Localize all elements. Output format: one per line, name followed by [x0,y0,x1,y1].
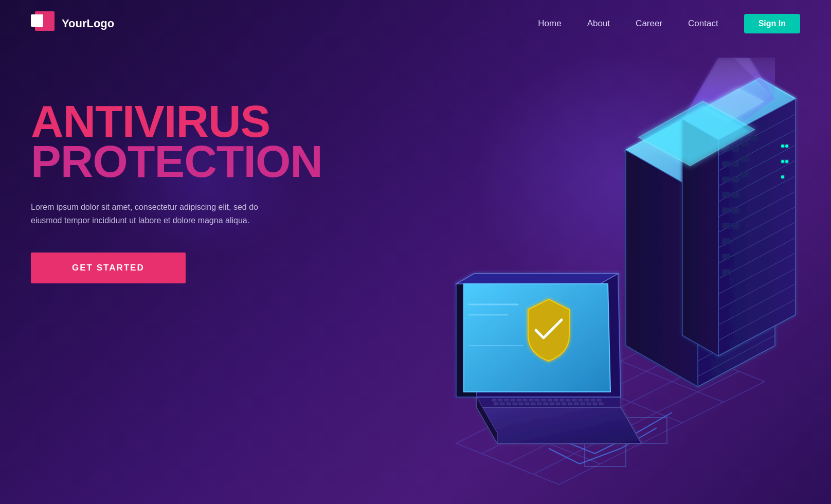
svg-rect-20 [517,399,521,401]
svg-rect-44 [556,403,560,405]
svg-rect-128 [732,161,739,167]
svg-rect-124 [732,146,739,151]
svg-point-144 [781,160,784,163]
svg-rect-50 [593,403,597,405]
svg-rect-48 [581,403,585,405]
svg-rect-138 [732,223,739,228]
nav-career[interactable]: Career [636,19,662,29]
hero-description: Lorem ipsum dolor sit amet, consectetur … [31,201,267,227]
svg-rect-25 [548,399,552,401]
logo-text: YourLogo [62,17,114,30]
svg-marker-14 [477,397,621,407]
svg-rect-18 [504,399,509,401]
svg-rect-41 [537,403,541,405]
svg-marker-59 [464,284,610,392]
svg-rect-38 [519,403,523,405]
svg-rect-11 [585,441,626,466]
svg-rect-27 [560,399,564,401]
svg-rect-132 [741,172,748,177]
svg-rect-33 [597,399,601,401]
svg-line-5 [456,443,559,484]
svg-rect-35 [500,403,504,405]
svg-rect-129 [741,156,748,161]
svg-rect-36 [507,403,511,405]
nav-home[interactable]: Home [538,19,561,29]
svg-rect-133 [722,192,730,197]
svg-rect-127 [722,161,730,167]
hero-text-block: ANTIVIRUS PROTECTION Lorem ipsum dolor s… [31,68,322,283]
svg-rect-46 [568,403,572,405]
svg-rect-51 [599,403,603,405]
nav-contact[interactable]: Contact [688,19,718,29]
svg-point-145 [785,160,788,163]
svg-rect-136 [732,208,739,213]
hero-illustration [322,68,800,504]
svg-rect-32 [591,399,595,401]
svg-rect-42 [544,403,548,405]
svg-rect-130 [722,177,730,182]
svg-rect-126 [750,136,757,141]
svg-point-146 [781,175,784,178]
svg-rect-22 [529,399,533,401]
svg-rect-139 [722,239,730,244]
svg-rect-30 [579,399,583,401]
svg-rect-19 [511,399,515,401]
signin-button[interactable]: Sign In [744,14,800,33]
svg-rect-21 [523,399,527,401]
nav-links: Home About Career Contact Sign In [538,14,800,33]
svg-rect-49 [587,403,591,405]
svg-rect-140 [722,254,730,259]
svg-rect-37 [513,403,517,405]
svg-point-142 [781,145,784,148]
svg-rect-16 [492,399,496,401]
svg-rect-24 [541,399,546,401]
svg-marker-54 [456,274,618,284]
svg-rect-141 [722,269,730,275]
svg-rect-34 [494,403,498,405]
nav-about[interactable]: About [587,19,610,29]
svg-rect-31 [585,399,589,401]
navbar: YourLogo Home About Career Contact Sign … [0,0,831,47]
get-started-button[interactable]: GET STARTED [31,253,186,283]
svg-rect-125 [741,141,748,146]
svg-rect-131 [732,177,739,182]
svg-rect-45 [562,403,566,405]
logo: YourLogo [31,11,114,36]
svg-marker-13 [477,407,641,443]
logo-icon [31,11,56,36]
svg-rect-134 [732,192,739,197]
svg-rect-29 [572,399,576,401]
svg-rect-23 [535,399,539,401]
svg-rect-137 [722,223,730,228]
svg-rect-43 [550,403,554,405]
svg-rect-17 [498,399,502,401]
hero-section: ANTIVIRUS PROTECTION Lorem ipsum dolor s… [0,47,831,504]
svg-rect-39 [525,403,529,405]
isometric-scene [353,58,816,500]
svg-rect-28 [566,399,570,401]
svg-rect-135 [722,208,730,213]
svg-rect-40 [531,403,535,405]
svg-rect-47 [574,403,579,405]
logo-square-front [31,14,43,27]
svg-rect-26 [554,399,558,401]
svg-point-143 [785,145,788,148]
hero-title-protection: PROTECTION [31,139,322,184]
